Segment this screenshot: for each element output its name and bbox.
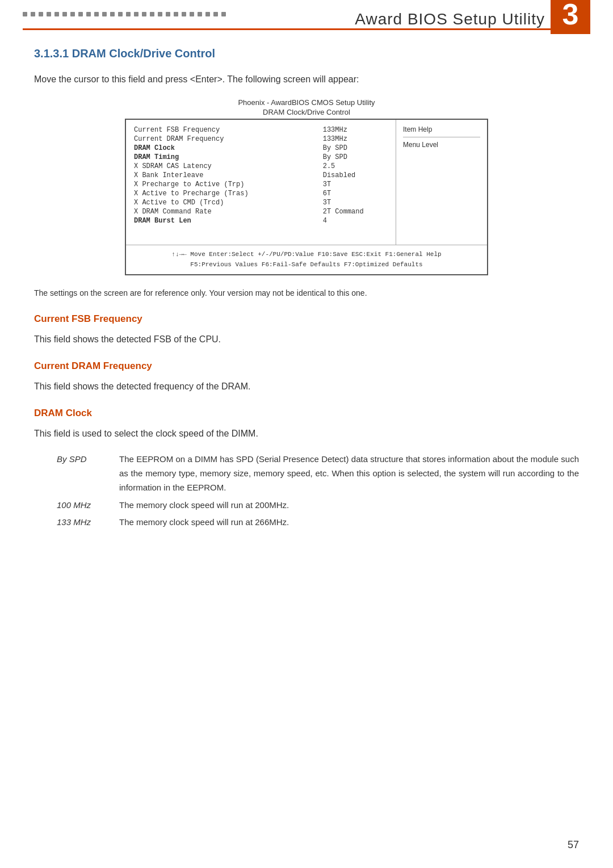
bios-screen: Current FSB Frequency 133MHz Current DRA… — [125, 119, 488, 275]
bios-footer-line1: ↑↓→← Move Enter:Select +/-/PU/PD:Value F… — [134, 250, 479, 260]
subsection-body-fsb: This field shows the detected FSB of the… — [34, 332, 579, 347]
row-value: 4 — [323, 216, 388, 225]
row-value: 133MHz — [323, 125, 388, 135]
subsection-heading-fsb: Current FSB Frequency — [34, 313, 579, 325]
table-row: X Bank Interleave Disabled — [134, 171, 388, 180]
table-row: X SDRAM CAS Latency 2.5 — [134, 162, 388, 171]
table-row: DRAM Clock By SPD — [134, 144, 388, 153]
row-label: Current DRAM Frequency — [134, 135, 323, 144]
table-row: X Active to CMD (Trcd) 3T — [134, 198, 388, 207]
row-label: X Active to CMD (Trcd) — [134, 198, 323, 207]
option-definition: The memory clock speed will run at 200MH… — [119, 498, 579, 513]
chapter-number: 3 — [551, 0, 590, 34]
bios-footer: ↑↓→← Move Enter:Select +/-/PU/PD:Value F… — [126, 245, 487, 274]
option-term: By SPD — [57, 452, 119, 467]
option-definition: The EEPROM on a DIMM has SPD (Serial Pre… — [119, 452, 579, 494]
page-number: 57 — [568, 839, 579, 851]
option-definition: The memory clock speed will run at 266MH… — [119, 515, 579, 530]
row-label: DRAM Clock — [134, 144, 323, 153]
decorative-dots — [23, 12, 226, 16]
bios-main-area: Current FSB Frequency 133MHz Current DRA… — [126, 120, 487, 245]
section-heading: 3.1.3.1 DRAM Clock/Drive Control — [34, 47, 579, 60]
row-label: X SDRAM CAS Latency — [134, 162, 323, 171]
list-item: 100 MHz The memory clock speed will run … — [57, 498, 579, 513]
table-row: X Precharge to Active (Trp) 3T — [134, 180, 388, 189]
row-value: 2.5 — [323, 162, 388, 171]
options-list: By SPD The EEPROM on a DIMM has SPD (Ser… — [57, 452, 579, 530]
row-value: By SPD — [323, 153, 388, 162]
option-term: 133 MHz — [57, 515, 119, 530]
subsection-body-dram-clock: This field is used to select the clock s… — [34, 426, 579, 441]
row-label: X Precharge to Active (Trp) — [134, 180, 323, 189]
row-label: X Active to Precharge (Tras) — [134, 189, 323, 198]
option-term: 100 MHz — [57, 498, 119, 513]
table-row: Current DRAM Frequency 133MHz — [134, 135, 388, 144]
bios-screen-subtitle: DRAM Clock/Drive Control — [125, 108, 488, 116]
table-row: Current FSB Frequency 133MHz — [134, 125, 388, 135]
table-row: DRAM Timing By SPD — [134, 153, 388, 162]
row-value: 6T — [323, 189, 388, 198]
row-value: Disabled — [323, 171, 388, 180]
table-row: X DRAM Command Rate 2T Command — [134, 207, 388, 216]
row-value: 3T — [323, 180, 388, 189]
table-row: X Active to Precharge (Tras) 6T — [134, 189, 388, 198]
bios-screen-container: Phoenix - AwardBIOS CMOS Setup Utility D… — [125, 98, 488, 275]
row-label: DRAM Burst Len — [134, 216, 323, 225]
page-header: Award BIOS Setup Utility 3 — [23, 0, 590, 30]
row-value: 133MHz — [323, 135, 388, 144]
row-value: 3T — [323, 198, 388, 207]
subsection-body-dram-freq: This field shows the detected frequency … — [34, 379, 579, 394]
subsection-heading-dram-clock: DRAM Clock — [34, 408, 579, 419]
menu-level-label: Menu Level — [403, 141, 480, 149]
row-value: By SPD — [323, 144, 388, 153]
main-content: 3.1.3.1 DRAM Clock/Drive Control Move th… — [0, 30, 613, 556]
bios-screen-title: Phoenix - AwardBIOS CMOS Setup Utility — [125, 98, 488, 107]
list-item: By SPD The EEPROM on a DIMM has SPD (Ser… — [57, 452, 579, 494]
row-label: DRAM Timing — [134, 153, 323, 162]
intro-text: Move the cursor to this field and press … — [34, 72, 579, 87]
note-text: The settings on the screen are for refer… — [34, 287, 579, 299]
row-label: Current FSB Frequency — [134, 125, 323, 135]
row-label: X Bank Interleave — [134, 171, 323, 180]
item-help-label: Item Help — [403, 125, 480, 137]
bios-left-panel: Current FSB Frequency 133MHz Current DRA… — [126, 120, 396, 245]
subsection-heading-dram-freq: Current DRAM Frequency — [34, 360, 579, 372]
bios-footer-line2: F5:Previous Values F6:Fail-Safe Defaults… — [134, 260, 479, 270]
bios-right-panel: Item Help Menu Level — [396, 120, 487, 245]
row-label: X DRAM Command Rate — [134, 207, 323, 216]
table-row: DRAM Burst Len 4 — [134, 216, 388, 225]
list-item: 133 MHz The memory clock speed will run … — [57, 515, 579, 530]
row-value: 2T Command — [323, 207, 388, 216]
